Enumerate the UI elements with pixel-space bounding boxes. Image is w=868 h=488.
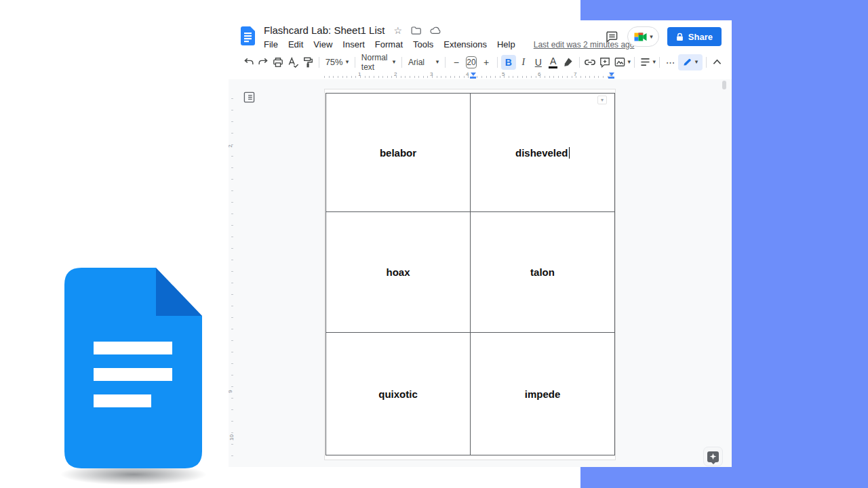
highlight-color-button[interactable] [561,55,576,70]
toolbar-divider [401,57,402,68]
menu-help[interactable]: Help [497,39,515,49]
comment-history-icon[interactable] [605,30,619,43]
right-indent-marker[interactable] [608,73,614,79]
toolbar: 75% ▾ Normal text ▾ Arial ▾ − 20 + B I U… [229,53,732,71]
font-size-input[interactable]: 20 [466,56,477,68]
ruler-number: 7 [574,71,576,77]
add-comment-button[interactable] [597,55,612,70]
document-outline-button[interactable] [243,91,256,104]
image-caret-icon[interactable]: ▾ [627,59,631,65]
titlebar-actions: ▾ Share [605,26,722,47]
toolbar-divider [659,57,660,68]
ruler-number: 3 [430,71,433,77]
star-icon[interactable]: ☆ [393,26,402,35]
vertical-ruler-number: 2 [229,144,233,147]
share-label: Share [688,32,713,42]
menu-bar: File Edit View Insert Format Tools Exten… [264,39,634,49]
title-row: Flashcard Lab: Sheet1 List ☆ [264,24,441,36]
mode-caret-icon: ▾ [695,59,698,65]
menu-view[interactable]: View [313,39,332,49]
cloud-status-icon[interactable] [430,26,441,35]
flashcard-word: belabor [380,147,416,159]
toolbar-divider [445,57,446,68]
menu-file[interactable]: File [264,39,278,49]
redo-button[interactable] [256,55,271,70]
menu-extensions[interactable]: Extensions [443,39,487,49]
print-button[interactable] [271,55,285,70]
flashcard-cell[interactable]: talon [471,212,614,333]
ruler-number: 1 [358,71,361,77]
titlebar: Flashcard Lab: Sheet1 List ☆ File Edit V… [229,20,732,53]
docs-window: Flashcard Lab: Sheet1 List ☆ File Edit V… [229,20,732,467]
menu-tools[interactable]: Tools [413,39,433,49]
lock-icon [676,33,684,41]
font-select[interactable]: Arial ▾ [406,55,441,70]
decrease-font-size-button[interactable]: − [449,55,464,70]
bold-button[interactable]: B [501,55,516,70]
explore-button[interactable] [703,447,723,466]
docs-logo-graphic [64,268,202,468]
move-folder-icon[interactable] [411,26,421,35]
zoom-caret-icon: ▾ [346,59,349,65]
text-color-glyph: A [550,56,556,66]
zoom-value: 75% [326,57,343,67]
left-indent-marker[interactable] [470,73,476,79]
undo-button[interactable] [241,55,256,70]
document-canvas: 2 9 10 belabor disheveled hoax talon qui… [229,79,732,467]
flashcard-cell[interactable]: hoax [326,212,471,333]
flashcard-cell[interactable]: belabor [326,94,471,212]
share-button[interactable]: Share [667,27,722,46]
screen: Flashcard Lab: Sheet1 List ☆ File Edit V… [0,0,868,488]
insert-link-button[interactable] [583,55,597,70]
flashcard-word: impede [525,388,561,400]
align-caret-icon[interactable]: ▾ [653,59,656,65]
insert-image-button[interactable] [612,55,627,70]
meet-button[interactable]: ▾ [627,26,659,47]
flashcard-table: belabor disheveled hoax talon quixotic i… [326,93,615,455]
text-color-button[interactable]: A [546,55,561,70]
editing-mode-button[interactable]: ▾ [678,54,703,70]
table-menu-button[interactable]: ▾ [597,96,607,104]
flashcard-word: talon [530,266,555,278]
vertical-ruler-number: 10 [229,434,235,441]
paint-format-button[interactable] [300,55,315,70]
font-value: Arial [408,58,425,67]
google-docs-logo [64,268,202,468]
ruler-number: 4 [466,71,469,77]
ruler-scale: 1 2 3 4 5 6 7 8 [324,71,616,79]
more-options-button[interactable]: ⋯ [663,55,678,70]
increase-font-size-button[interactable]: + [479,55,494,70]
flashcard-cell[interactable]: disheveled [471,94,614,212]
toolbar-divider [319,57,319,68]
text-cursor [569,147,570,159]
explore-icon [707,451,719,462]
toolbar-divider [706,57,707,68]
vertical-scrollbar-thumb[interactable] [722,81,726,89]
italic-button[interactable]: I [516,55,531,70]
menu-format[interactable]: Format [375,39,403,49]
align-button[interactable] [638,55,653,70]
document-page[interactable]: belabor disheveled hoax talon quixotic i… [324,89,616,460]
flashcard-word: disheveled [515,147,568,159]
ruler-number: 5 [502,71,505,77]
paragraph-style-select[interactable]: Normal text ▾ [359,55,398,70]
ruler-number: 6 [538,71,540,77]
hide-menus-button[interactable] [710,55,725,70]
spellcheck-button[interactable] [285,55,300,70]
ruler-number: 2 [394,71,397,77]
toolbar-divider [355,57,355,68]
meet-icon [633,31,648,43]
zoom-select[interactable]: 75% ▾ [323,55,352,70]
toolbar-divider [634,57,635,68]
flashcard-cell[interactable]: quixotic [326,333,471,455]
menu-insert[interactable]: Insert [342,39,365,49]
toolbar-divider [497,57,498,68]
docs-app-icon[interactable] [241,26,255,48]
flashcard-word: quixotic [378,388,418,400]
text-color-bar [549,66,557,68]
pencil-icon [683,58,692,66]
flashcard-cell[interactable]: impede [471,333,614,455]
underline-button[interactable]: U [531,55,546,70]
menu-edit[interactable]: Edit [288,39,303,49]
document-title[interactable]: Flashcard Lab: Sheet1 List [264,24,384,36]
